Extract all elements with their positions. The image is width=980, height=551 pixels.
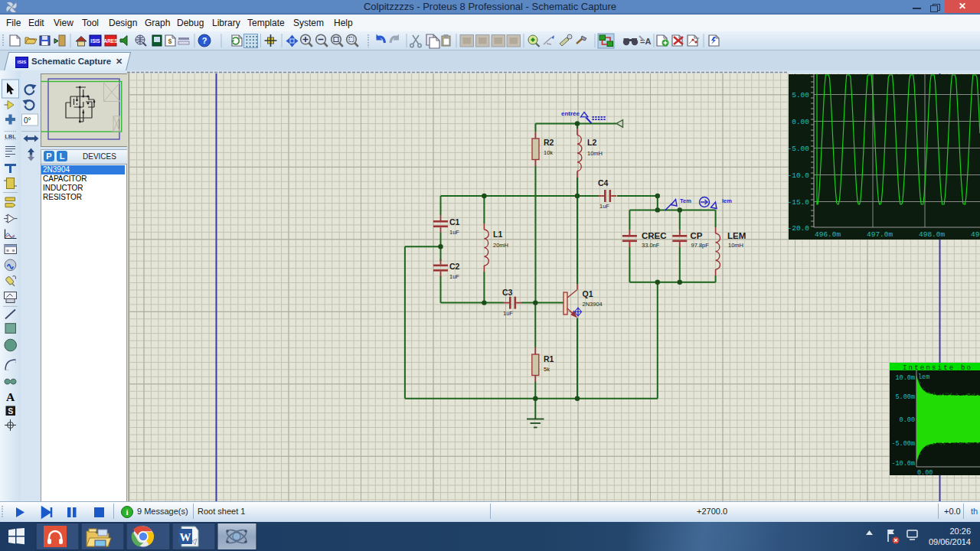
svg-text:1uF: 1uF bbox=[449, 229, 459, 236]
svg-text:10k: 10k bbox=[544, 149, 553, 156]
svg-text:20mH: 20mH bbox=[493, 242, 508, 249]
svg-text:5k: 5k bbox=[544, 366, 550, 373]
svg-text:-15.0: -15.0 bbox=[789, 198, 809, 207]
svg-text:i: i bbox=[126, 507, 128, 517]
svg-text:W: W bbox=[180, 531, 191, 543]
svg-text:C4: C4 bbox=[598, 178, 609, 187]
svg-text:1uF: 1uF bbox=[503, 310, 513, 317]
svg-text:$: $ bbox=[168, 37, 172, 45]
svg-text:CP: CP bbox=[691, 231, 703, 240]
svg-text:-5.00: -5.00 bbox=[789, 145, 809, 153]
svg-text:0.00: 0.00 bbox=[900, 416, 915, 424]
svg-text:0°: 0° bbox=[24, 116, 31, 125]
svg-text:LEM: LEM bbox=[727, 231, 746, 240]
svg-text:Q1: Q1 bbox=[583, 289, 593, 298]
svg-text:S: S bbox=[8, 406, 13, 416]
svg-text:entrée: entrée bbox=[561, 110, 580, 117]
svg-text:1uF: 1uF bbox=[449, 273, 459, 280]
svg-text:10mH: 10mH bbox=[728, 242, 743, 249]
svg-text:10mH: 10mH bbox=[587, 150, 603, 157]
svg-text:0.00: 0.00 bbox=[792, 118, 809, 126]
svg-text:499: 499 bbox=[971, 230, 980, 239]
svg-text:R1: R1 bbox=[544, 354, 554, 364]
svg-text:A: A bbox=[6, 390, 15, 403]
svg-text:Tem: Tem bbox=[680, 197, 691, 204]
svg-text:lem: lem bbox=[918, 373, 929, 381]
svg-text:497.0m: 497.0m bbox=[867, 230, 893, 239]
svg-text:R2: R2 bbox=[544, 138, 554, 147]
svg-text:L1: L1 bbox=[493, 230, 502, 239]
svg-text:ARES: ARES bbox=[103, 38, 118, 44]
svg-text:C3: C3 bbox=[502, 288, 513, 297]
svg-text:ISIS: ISIS bbox=[90, 38, 100, 44]
svg-text:-10.0m: -10.0m bbox=[891, 460, 915, 468]
svg-text:?: ? bbox=[202, 36, 207, 45]
svg-text:C1: C1 bbox=[449, 217, 460, 227]
svg-text:LBL: LBL bbox=[5, 133, 16, 140]
svg-text:2N3904: 2N3904 bbox=[583, 301, 603, 308]
svg-text:33.0nF: 33.0nF bbox=[642, 242, 660, 249]
svg-text:-5.00m: -5.00m bbox=[891, 440, 915, 448]
svg-text:498.0m: 498.0m bbox=[919, 230, 946, 239]
svg-text:1uF: 1uF bbox=[599, 203, 609, 210]
svg-text:-20.0: -20.0 bbox=[789, 224, 809, 233]
svg-text:97.8pF: 97.8pF bbox=[691, 242, 710, 249]
svg-text:0.00: 0.00 bbox=[917, 469, 933, 475]
svg-text:496.0m: 496.0m bbox=[815, 230, 841, 239]
svg-text:5.00: 5.00 bbox=[792, 91, 809, 99]
svg-text:C2: C2 bbox=[449, 262, 460, 271]
svg-text:10.0m: 10.0m bbox=[895, 374, 915, 382]
svg-text:lem: lem bbox=[722, 197, 732, 204]
svg-text:CREC: CREC bbox=[642, 231, 667, 240]
svg-text:Intensite bo: Intensite bo bbox=[903, 364, 972, 372]
svg-text:-10.0: -10.0 bbox=[789, 171, 809, 180]
svg-text:L2: L2 bbox=[587, 138, 596, 147]
svg-text:5.00m: 5.00m bbox=[895, 393, 915, 401]
